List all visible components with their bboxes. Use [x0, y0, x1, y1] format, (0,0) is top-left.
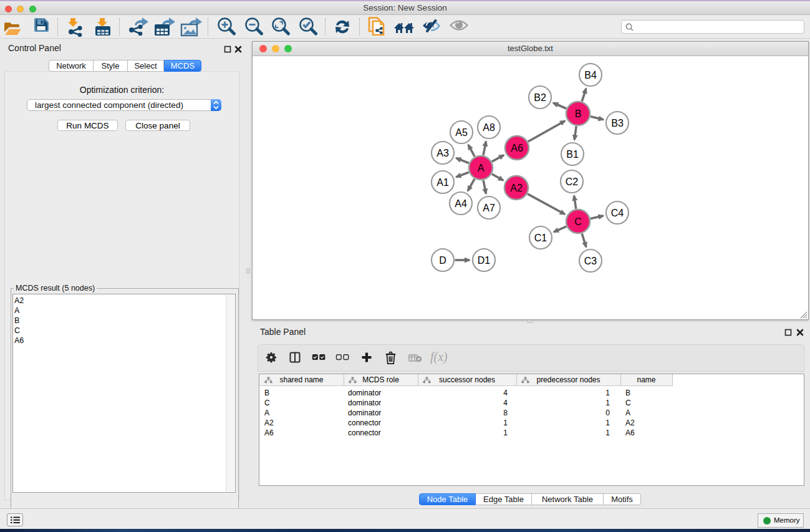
svg-text:A5: A5 — [455, 127, 468, 138]
svg-text:A6: A6 — [511, 143, 523, 153]
svg-text:A3: A3 — [436, 148, 449, 158]
svg-text:A2: A2 — [510, 183, 523, 193]
svg-text:D1: D1 — [478, 255, 491, 266]
svg-text:A7: A7 — [483, 203, 495, 213]
svg-text:A4: A4 — [455, 198, 467, 209]
svg-text:C2: C2 — [566, 177, 579, 187]
svg-text:B4: B4 — [584, 70, 597, 80]
svg-text:C1: C1 — [534, 233, 547, 243]
svg-text:C3: C3 — [584, 256, 597, 266]
svg-text:C: C — [574, 216, 582, 227]
svg-text:C4: C4 — [611, 208, 624, 218]
svg-text:B: B — [575, 109, 582, 119]
svg-text:A8: A8 — [483, 122, 495, 133]
svg-text:A1: A1 — [436, 177, 449, 188]
svg-text:B1: B1 — [566, 149, 579, 160]
svg-text:D: D — [439, 255, 446, 266]
svg-text:B3: B3 — [611, 118, 624, 128]
svg-text:A: A — [478, 163, 485, 173]
svg-text:B2: B2 — [534, 92, 546, 103]
